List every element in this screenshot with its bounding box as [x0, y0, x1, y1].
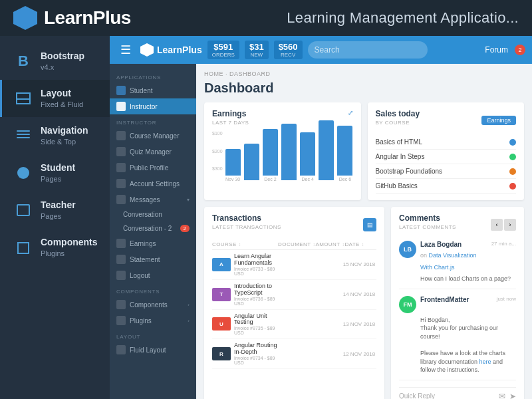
- comments-next-button[interactable]: ›: [504, 219, 516, 231]
- messages-arrow: ▾: [187, 197, 190, 203]
- sales-dot-github: [509, 183, 516, 190]
- sidebar-item-teacher[interactable]: Teacher Pages: [0, 192, 110, 229]
- comment-here-link[interactable]: here: [479, 358, 491, 365]
- table-row: R Angular Routing In-Depth Invoice #8734…: [212, 339, 376, 369]
- comment-item: FM FrontendMatter just now Hi Bogdan,Tha…: [399, 296, 516, 380]
- nav-plugins[interactable]: Plugins ›: [110, 313, 196, 329]
- trans-card-sub: LATEST TRANSACTIONS: [212, 224, 281, 230]
- section-layout: LAYOUT: [110, 329, 196, 342]
- table-row: A Learn Angular Fundamentals Invoice #87…: [212, 250, 376, 280]
- earnings-expand-icon[interactable]: ⤢: [348, 109, 353, 116]
- comments-prev-button[interactable]: ‹: [491, 219, 503, 231]
- student-icon: [14, 164, 33, 182]
- trans-thumb-routing: R: [212, 347, 231, 360]
- comment-avatar-2: FM: [399, 296, 416, 313]
- bootstrap-icon: B: [14, 52, 33, 70]
- nav-icon: [14, 126, 33, 145]
- bar-dec5: [319, 120, 334, 182]
- trans-thumb-unit: U: [212, 317, 231, 331]
- sales-row-github: GitHub Basics: [376, 179, 517, 194]
- plugins-icon: [116, 316, 126, 325]
- nav-course-manager[interactable]: Course Manager: [110, 128, 196, 144]
- trans-icon-button[interactable]: ▤: [363, 218, 376, 231]
- dashboard-area: ☰ LearnPlus $591 ORDERS $31 NEW $560 REC…: [110, 36, 532, 399]
- forum-link[interactable]: Forum: [485, 45, 508, 55]
- fluid-layout-icon: [116, 345, 126, 354]
- hero-logo: LearnPlus: [13, 6, 131, 30]
- table-row: U Angular Unit Testing Invoice #8735 - $…: [212, 310, 376, 340]
- quiz-manager-icon: [116, 147, 126, 156]
- sales-row-html: Basics of HTML: [376, 135, 517, 150]
- nav-fluid-layout[interactable]: Fluid Layout: [110, 342, 196, 358]
- sales-dot-html: [509, 139, 516, 146]
- nav-components[interactable]: Components ›: [110, 297, 196, 313]
- hero-logo-icon: [13, 6, 37, 30]
- trans-card-title: Transactions: [212, 213, 281, 223]
- comp-icon: [116, 300, 126, 309]
- sales-card: Sales today BY COURSE Earnings Basics of…: [368, 102, 525, 200]
- hamburger-icon[interactable]: ☰: [116, 41, 135, 59]
- nav-conversation-2[interactable]: Conversation - 2 2: [110, 221, 196, 235]
- conversation-badge: 2: [180, 225, 190, 232]
- reply-send-icon[interactable]: ➤: [509, 392, 516, 399]
- sidebar-item-bootstrap[interactable]: B Bootstrap v4.x: [0, 43, 110, 80]
- hero-bar: LearnPlus Learning Management Applicatio…: [0, 0, 532, 36]
- comments-card-title: Comments: [399, 213, 456, 223]
- sales-card-title: Sales today: [376, 109, 420, 118]
- inner-logo: LearnPlus: [140, 43, 202, 57]
- nav-student[interactable]: Student: [110, 82, 196, 98]
- sidebar-item-layout[interactable]: Layout Fixed & Fluid: [0, 80, 110, 117]
- bar-nov30: Nov 30: [225, 149, 241, 182]
- stat-badge-recv: $560 RECV: [274, 41, 303, 59]
- comments-card: Comments LATEST COMMENTS ‹ ›: [391, 207, 524, 399]
- settings-icon: [116, 179, 126, 188]
- statement-icon: [116, 255, 126, 264]
- nav-conversation[interactable]: Conversation: [110, 207, 196, 221]
- inner-topnav: ☰ LearnPlus $591 ORDERS $31 NEW $560 REC…: [110, 36, 532, 64]
- sidebar-item-navigation[interactable]: Navigation Side & Top: [0, 117, 110, 154]
- earnings-card-title: Earnings: [212, 109, 249, 118]
- stat-badge-new: $31 NEW: [245, 41, 269, 59]
- nav-statement[interactable]: Statement: [110, 251, 196, 267]
- breadcrumb: HOME · DASHBOARD: [204, 70, 524, 77]
- nav-messages[interactable]: Messages ▾: [110, 192, 196, 207]
- comment-avatar: LB: [399, 241, 416, 258]
- nav-quiz-manager[interactable]: Quiz Manager: [110, 144, 196, 160]
- nav-logout[interactable]: Logout: [110, 267, 196, 283]
- nav-earnings[interactable]: Earnings: [110, 235, 196, 251]
- page-title: Dashboard: [204, 80, 524, 96]
- nav-instructor[interactable]: Instructor: [110, 98, 196, 114]
- left-sidebar: B Bootstrap v4.x Layout Fixed & Fluid: [0, 36, 110, 399]
- bar-dec1: [244, 144, 259, 182]
- bar-dec2: Dec 2: [263, 129, 278, 182]
- section-instructor: INSTRUCTOR: [110, 114, 196, 128]
- bar-dec3: [281, 124, 297, 182]
- profile-icon: [116, 163, 126, 172]
- nav-account-settings[interactable]: Account Settings: [110, 176, 196, 192]
- sales-badge: Earnings: [481, 116, 516, 125]
- trans-thumb-ts: T: [212, 288, 231, 301]
- trans-thumb-angular: A: [212, 258, 231, 271]
- comments-nav: ‹ ›: [491, 219, 516, 231]
- sales-row-bootstrap: Bootstrap Foundations: [376, 164, 517, 179]
- main-content: HOME · DASHBOARD Dashboard Earnings LAST…: [196, 64, 532, 399]
- quick-reply-area: Quick Reply ✉ ➤: [399, 387, 516, 399]
- notification-badge[interactable]: 2: [515, 45, 525, 55]
- sidebar-item-student[interactable]: Student Pages: [0, 154, 110, 192]
- earnings-card: Earnings LAST 7 DAYS ⤢ $300 $200 $100: [204, 102, 361, 200]
- search-input[interactable]: [308, 41, 428, 59]
- comment-link[interactable]: Data Visualization With Chart.js: [420, 252, 476, 271]
- sidebar-item-components[interactable]: Components Plugins: [0, 229, 110, 266]
- earnings-icon: [116, 239, 126, 248]
- teacher-icon: [14, 201, 33, 219]
- logout-icon: [116, 271, 126, 280]
- reply-icon[interactable]: ✉: [499, 392, 505, 399]
- comments-card-sub: LATEST COMMENTS: [399, 224, 456, 230]
- quick-reply-label: Quick Reply: [399, 392, 435, 399]
- section-components: COMPONENTS: [110, 283, 196, 297]
- comment-item: LB Laza Bogdan on Data Visualization Wit…: [399, 241, 516, 289]
- stat-badge-orders: $591 ORDERS: [207, 41, 239, 59]
- inner-leftnav: APPLICATIONS Student Instructor INSTRUCT…: [110, 64, 196, 399]
- messages-icon: [116, 195, 126, 204]
- nav-public-profile[interactable]: Public Profile: [110, 160, 196, 176]
